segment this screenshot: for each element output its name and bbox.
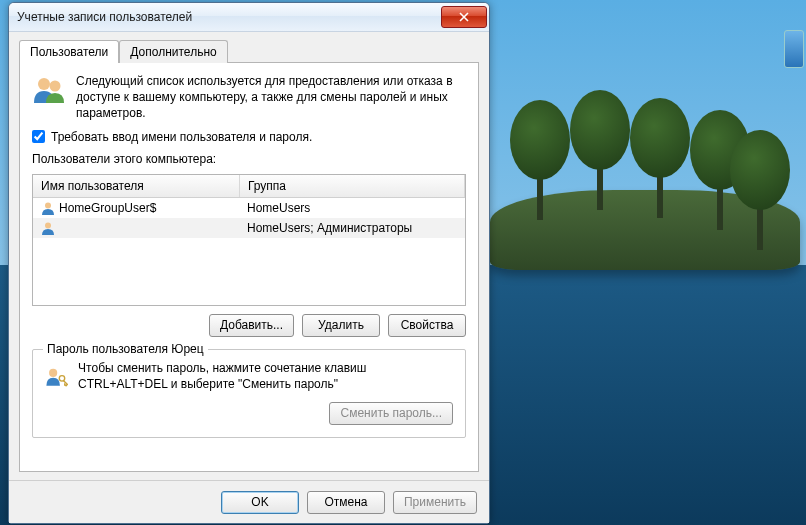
- password-groupbox: Пароль пользователя Юрец Чтобы сменить п…: [32, 349, 466, 438]
- add-button[interactable]: Добавить...: [209, 314, 294, 337]
- client-area: Пользователи Дополнительно Следующий спи…: [9, 32, 489, 480]
- apply-button[interactable]: Применить: [393, 491, 477, 514]
- user-icon: [41, 201, 55, 215]
- svg-point-3: [45, 222, 51, 228]
- svg-point-1: [50, 81, 61, 92]
- require-password-label: Требовать ввод имени пользователя и паро…: [51, 130, 312, 144]
- ok-button[interactable]: OK: [221, 491, 299, 514]
- sidebar-gadget: [784, 30, 804, 68]
- listview-body: HomeGroupUser$ HomeUsers HomeUs: [33, 198, 465, 305]
- require-password-row[interactable]: Требовать ввод имени пользователя и паро…: [32, 130, 466, 144]
- properties-button[interactable]: Свойства: [388, 314, 466, 337]
- tabstrip: Пользователи Дополнительно: [19, 40, 479, 63]
- svg-point-2: [45, 202, 51, 208]
- desktop: Учетные записи пользователей Пользовател…: [0, 0, 806, 525]
- table-row[interactable]: HomeUsers; Администраторы: [33, 218, 465, 238]
- users-list-label: Пользователи этого компьютера:: [32, 152, 466, 166]
- users-listview[interactable]: Имя пользователя Группа HomeGroupUser$ H: [32, 174, 466, 306]
- listview-header: Имя пользователя Группа: [33, 175, 465, 198]
- cancel-button[interactable]: Отмена: [307, 491, 385, 514]
- password-group-legend: Пароль пользователя Юрец: [43, 342, 208, 356]
- tab-panel-users: Следующий список используется для предос…: [19, 62, 479, 472]
- list-buttons-row: Добавить... Удалить Свойства: [32, 314, 466, 337]
- table-row[interactable]: HomeGroupUser$ HomeUsers: [33, 198, 465, 218]
- user-accounts-window: Учетные записи пользователей Пользовател…: [8, 2, 490, 524]
- svg-point-4: [49, 368, 57, 376]
- tab-advanced[interactable]: Дополнительно: [119, 40, 227, 63]
- intro-text: Следующий список используется для предос…: [76, 73, 466, 122]
- change-password-button[interactable]: Сменить пароль...: [329, 402, 453, 425]
- column-group[interactable]: Группа: [240, 175, 465, 197]
- cell-username: HomeGroupUser$: [59, 201, 156, 215]
- window-title: Учетные записи пользователей: [17, 10, 441, 24]
- close-button[interactable]: [441, 6, 487, 28]
- delete-button[interactable]: Удалить: [302, 314, 380, 337]
- close-icon: [459, 12, 469, 22]
- key-user-icon: [45, 360, 68, 394]
- intro-row: Следующий список используется для предос…: [32, 73, 466, 122]
- cell-group: HomeUsers; Администраторы: [247, 221, 412, 235]
- user-icon: [41, 221, 55, 235]
- users-icon: [32, 73, 66, 107]
- column-username[interactable]: Имя пользователя: [33, 175, 240, 197]
- tab-users[interactable]: Пользователи: [19, 40, 119, 63]
- titlebar[interactable]: Учетные записи пользователей: [9, 3, 489, 32]
- svg-point-0: [38, 78, 50, 90]
- dialog-footer: OK Отмена Применить: [9, 480, 489, 523]
- cell-group: HomeUsers: [247, 201, 310, 215]
- require-password-checkbox[interactable]: [32, 130, 45, 143]
- password-instruction-text: Чтобы сменить пароль, нажмите сочетание …: [78, 360, 453, 392]
